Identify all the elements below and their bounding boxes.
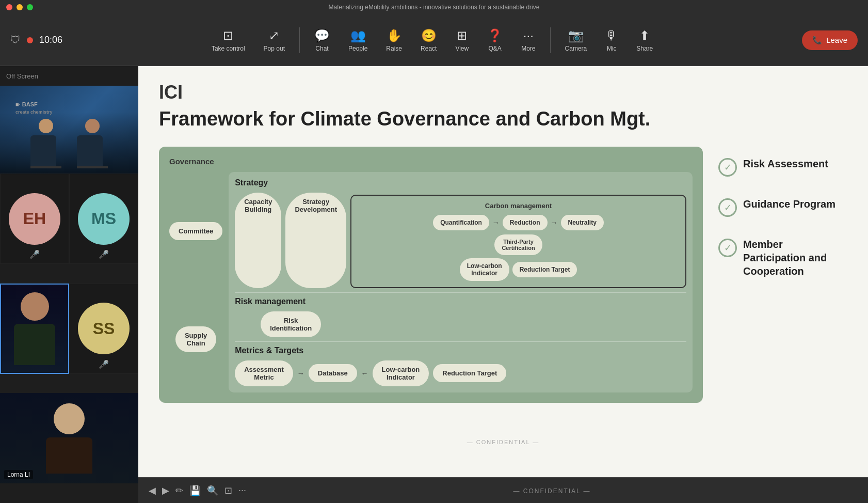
leave-button[interactable]: 📞 Leave xyxy=(802,30,858,50)
risk-management-label: Risk management xyxy=(235,297,686,306)
raise-button[interactable]: ✋ Raise xyxy=(378,24,410,56)
confidential-text: — CONFIDENTIAL — xyxy=(467,439,539,445)
strategy-label: Strategy xyxy=(235,178,686,187)
metrics-targets-section: Metrics & Targets AssessmentMetric → Dat… xyxy=(235,341,686,386)
eh-mute-icon: 🎤 xyxy=(29,249,40,259)
window-title: Materializing eMobility ambitions - inno… xyxy=(329,4,540,11)
right-item-guidance-program: ✓ Guidance Program xyxy=(718,197,847,217)
lorna-li-nametag: Lorna LI xyxy=(4,470,33,479)
pop-out-button[interactable]: ⤢ Pop out xyxy=(255,24,293,56)
check-icon-3: ✓ xyxy=(718,239,737,257)
slide-more-button[interactable]: ··· xyxy=(238,485,246,496)
third-party-node: Third-PartyCertification xyxy=(494,234,542,255)
strategy-development-node: StrategyDevelopment xyxy=(285,193,346,288)
reduction-target-bottom-label: Reduction Target xyxy=(442,369,497,377)
participant-ss-cell: SS 🎤 xyxy=(69,284,138,374)
close-button[interactable] xyxy=(6,4,12,10)
toolbar-center: ⊡ Take control ⤢ Pop out 💬 Chat 👥 People… xyxy=(203,24,661,56)
risk-management-section: Risk management RiskIdentification xyxy=(235,292,686,337)
take-control-label: Take control xyxy=(212,45,245,52)
database-node: Database xyxy=(309,364,357,382)
carbon-bottom-row: Low-carbonIndicator Reduction Target xyxy=(358,258,679,281)
low-carbon-label: Low-carbonIndicator xyxy=(467,262,502,277)
take-control-button[interactable]: ⊡ Take control xyxy=(203,24,253,56)
right-item-member-participation: ✓ Member Participation and Cooperation xyxy=(718,238,847,278)
time-display: 10:06 xyxy=(39,35,62,45)
pop-out-label: Pop out xyxy=(264,45,285,52)
slide-save-button[interactable]: 💾 xyxy=(189,485,201,496)
react-label: React xyxy=(421,45,437,52)
mic-label: Mic xyxy=(607,45,617,52)
mic-button[interactable]: 🎙 Mic xyxy=(597,24,626,56)
strategy-ovals: CapacityBuilding StrategyDevelopment Car… xyxy=(235,193,686,288)
reduction-target-bottom-node: Reduction Target xyxy=(433,364,506,382)
left-column: Committee SupplyChain xyxy=(169,172,222,392)
confidential-bottom-text: — CONFIDENTIAL — xyxy=(513,488,590,495)
low-carbon-bottom-label: Low-carbonIndicator xyxy=(382,366,420,381)
capacity-building-node: CapacityBuilding xyxy=(235,193,281,288)
qa-button[interactable]: ❓ Q&A xyxy=(479,24,511,56)
carbon-main-row: Quantification → Reduction → Neutrality xyxy=(358,215,679,230)
supply-chain-node: SupplyChain xyxy=(175,326,216,352)
slide-title: Framework for Climate Governance and Car… xyxy=(159,107,847,131)
member-participation-label: Member Participation and Cooperation xyxy=(743,238,847,278)
reduction-target-label: Reduction Target xyxy=(520,266,570,273)
low-carbon-bottom-node: Low-carbonIndicator xyxy=(373,360,429,386)
raise-label: Raise xyxy=(386,45,402,52)
slide-prev-button[interactable]: ◀ xyxy=(149,485,156,496)
pop-out-icon: ⤢ xyxy=(269,28,279,43)
chat-icon: 💬 xyxy=(314,28,330,43)
slide-play-button[interactable]: ▶ xyxy=(162,485,169,496)
share-label: Share xyxy=(636,45,653,52)
participant-ms-cell: MS 🎤 xyxy=(69,174,138,264)
right-item-risk-assessment: ✓ Risk Assessment xyxy=(718,157,847,177)
neutrality-node: Neutrality xyxy=(561,215,604,230)
arrow-2: → xyxy=(551,218,558,227)
minimize-button[interactable] xyxy=(17,4,23,10)
take-control-icon: ⊡ xyxy=(223,28,233,43)
chat-label: Chat xyxy=(315,45,328,52)
arrow-1: → xyxy=(492,218,500,227)
qa-icon: ❓ xyxy=(487,28,503,43)
avatar-ss-initials: SS xyxy=(93,319,115,338)
toolbar-divider-1 xyxy=(299,27,300,53)
share-button[interactable]: ⬆ Share xyxy=(628,24,661,56)
avatars-grid: EH 🎤 MS 🎤 xyxy=(0,174,138,503)
slide-fit-button[interactable]: ⊡ xyxy=(224,485,232,496)
react-button[interactable]: 😊 React xyxy=(412,24,445,56)
right-items: ✓ Risk Assessment ✓ Guidance Program ✓ M… xyxy=(718,147,847,278)
more-button[interactable]: ··· More xyxy=(513,24,543,56)
people-button[interactable]: 👥 People xyxy=(340,24,376,56)
slide-toolbar-left: ◀ ▶ ✏ 💾 🔍 ⊡ ··· xyxy=(149,485,246,496)
assessment-metric-label: AssessmentMetric xyxy=(244,366,284,381)
react-icon: 😊 xyxy=(421,28,437,43)
toolbar-left: 🛡 10:06 xyxy=(10,34,62,46)
arrow-3: → xyxy=(297,369,304,378)
phone-icon: 📞 xyxy=(812,36,822,45)
confidential-bottom: — CONFIDENTIAL — xyxy=(513,486,590,495)
arrow-4: ← xyxy=(361,369,368,378)
basf-room-bg: ■· BASF create chemistry xyxy=(0,86,138,174)
maximize-button[interactable] xyxy=(27,4,33,10)
slide-zoom-in-button[interactable]: 🔍 xyxy=(207,485,218,496)
share-icon: ⬆ xyxy=(639,28,650,43)
chat-button[interactable]: 💬 Chat xyxy=(306,24,338,56)
presentation-area: ICI Framework for Climate Governance and… xyxy=(138,66,868,503)
slide-pen-button[interactable]: ✏ xyxy=(175,485,183,496)
view-button[interactable]: ⊞ View xyxy=(447,24,477,56)
toolbar-divider-2 xyxy=(550,27,551,53)
risk-identification-node: RiskIdentification xyxy=(261,311,321,337)
slide-toolbar: ◀ ▶ ✏ 💾 🔍 ⊡ ··· — CONFIDENTIAL — xyxy=(138,477,868,503)
camera-button[interactable]: 📷 Camera xyxy=(557,24,596,56)
recording-indicator xyxy=(27,37,33,43)
camera-label: Camera xyxy=(565,45,587,52)
window-controls xyxy=(6,4,33,10)
slide-content: ICI Framework for Climate Governance and… xyxy=(138,66,868,477)
reduction-node: Reduction xyxy=(503,215,548,230)
glasses-person-bg xyxy=(1,285,68,373)
capacity-building-label: CapacityBuilding xyxy=(244,198,272,213)
shield-icon: 🛡 xyxy=(10,34,21,46)
guidance-program-label: Guidance Program xyxy=(743,197,835,211)
view-label: View xyxy=(455,45,469,52)
avatar-ms: MS xyxy=(78,193,130,245)
